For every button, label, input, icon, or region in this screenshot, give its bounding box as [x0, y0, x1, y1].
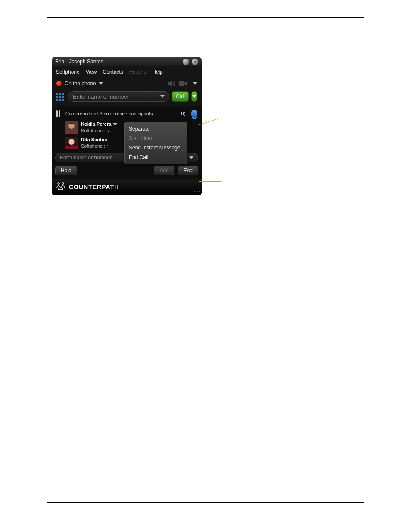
call-button[interactable]: Call	[172, 91, 189, 102]
menu-item-separate[interactable]: Separate	[125, 124, 187, 134]
conference-timer: 0(	[181, 111, 185, 116]
presence-text: On the phone	[65, 81, 96, 87]
menu-help[interactable]: Help	[152, 69, 163, 75]
speaker-icon[interactable]	[168, 81, 176, 87]
brand-icon	[56, 182, 65, 192]
presence-orb-icon	[56, 81, 62, 87]
conference-header-text: Conference call 3 conference participant…	[65, 111, 153, 116]
close-button[interactable]: ×	[192, 59, 198, 65]
participant-name: Kokila Perera	[81, 121, 111, 128]
svg-point-8	[62, 183, 64, 184]
participant-sub: Softphone : k	[81, 128, 117, 134]
page-rule-top	[47, 17, 364, 18]
call-button-label: Call	[176, 93, 185, 100]
add-button: Add	[154, 166, 174, 175]
dial-dropdown-icon[interactable]	[160, 95, 165, 98]
dial-row: Enter name or number Call	[52, 91, 202, 106]
participant-name: Rita Santos	[81, 137, 107, 143]
footer: COUNTERPATH	[52, 179, 202, 195]
minimize-button[interactable]: –	[183, 59, 189, 65]
menu-softphone[interactable]: Softphone	[56, 69, 80, 75]
participant-menu-icon[interactable]	[113, 123, 117, 126]
resize-grip-icon[interactable]	[194, 187, 200, 193]
audio-video-dropdown-icon[interactable]	[193, 82, 197, 85]
menu-item-send-im[interactable]: Send Instant Message	[125, 143, 187, 152]
menu-item-start-video: Start video	[125, 134, 187, 143]
svg-rect-0	[179, 81, 184, 86]
svg-point-7	[58, 183, 59, 184]
brand-name: COUNTERPATH	[69, 184, 119, 190]
separator	[190, 80, 190, 87]
dialpad-icon[interactable]	[56, 93, 65, 101]
call-actions: Hold Add End	[55, 162, 198, 175]
hold-button[interactable]: Hold	[55, 166, 77, 175]
callout-line	[199, 181, 221, 182]
microphone-icon[interactable]	[191, 110, 197, 118]
end-button[interactable]: End	[178, 166, 198, 175]
add-input-placeholder: Enter name or number	[60, 155, 112, 161]
menubar: Softphone View Contacts Actions Help	[52, 66, 202, 78]
menu-view[interactable]: View	[86, 69, 97, 75]
conference-icon	[56, 110, 62, 117]
menu-contacts[interactable]: Contacts	[103, 69, 123, 75]
dial-input[interactable]: Enter name or number	[68, 91, 169, 102]
dial-input-placeholder: Enter name or number	[73, 93, 129, 100]
presence-dropdown-icon[interactable]	[99, 82, 103, 85]
participant-sub: Softphone : r	[81, 143, 108, 149]
svg-rect-6	[65, 146, 78, 149]
window-title: Bria - Joseph Santos	[55, 59, 103, 65]
call-button-dropdown[interactable]	[191, 91, 197, 102]
avatar	[65, 121, 78, 134]
svg-point-5	[68, 139, 75, 145]
avatar	[65, 137, 78, 149]
hold-label: Hold	[61, 168, 72, 174]
chevron-down-icon	[192, 95, 196, 98]
menu-item-end-call[interactable]: End Call	[125, 152, 187, 162]
status-row: On the phone	[52, 78, 202, 91]
conference-panel: Conference call 3 conference participant…	[52, 106, 202, 179]
menu-actions: Actions	[129, 69, 146, 75]
page-rule-bottom	[47, 502, 364, 503]
video-icon[interactable]	[179, 81, 187, 87]
callout-line	[185, 138, 215, 138]
conference-header: Conference call 3 conference participant…	[55, 109, 198, 120]
titlebar[interactable]: Bria - Joseph Santos – ×	[52, 57, 202, 66]
participant-context-menu: Separate Start video Send Instant Messag…	[124, 122, 187, 164]
add-dropdown-icon[interactable]	[189, 156, 193, 159]
app-window: Bria - Joseph Santos – × Softphone View …	[52, 57, 202, 195]
add-label: Add	[159, 168, 168, 174]
end-label: End	[184, 168, 193, 174]
svg-rect-3	[65, 131, 78, 134]
